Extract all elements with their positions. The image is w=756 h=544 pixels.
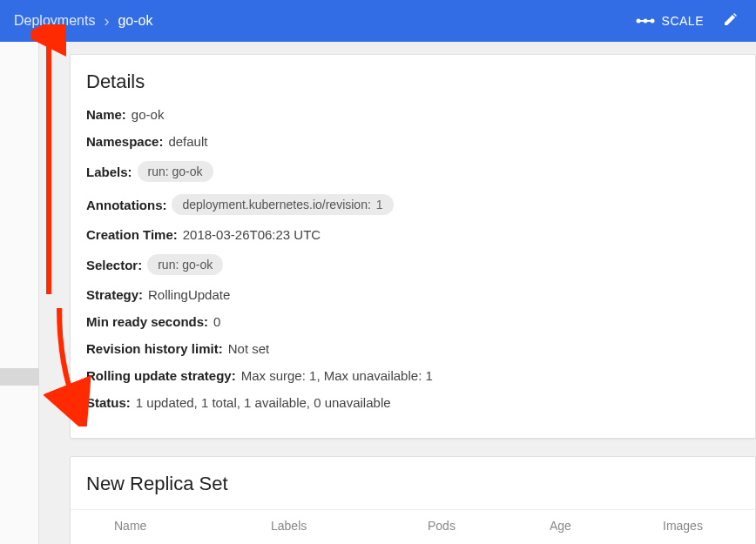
detail-status: Status: 1 updated, 1 total, 1 available,… xyxy=(86,395,739,410)
detail-namespace-value: default xyxy=(168,134,207,149)
breadcrumb-current: go-ok xyxy=(118,13,152,29)
detail-name-label: Name: xyxy=(86,107,126,122)
detail-strategy: Strategy: RollingUpdate xyxy=(86,287,739,302)
annotations-chip[interactable]: deployment.kubernetes.io/revision: 1 xyxy=(172,194,393,215)
detail-selector-label: Selector: xyxy=(86,258,142,272)
detail-strategy-value: RollingUpdate xyxy=(148,287,230,302)
col-header-images[interactable]: Images xyxy=(663,519,739,533)
annotations-chip-key: deployment.kubernetes.io/revision: xyxy=(182,198,370,212)
detail-rolling-value: Max surge: 1, Max unavailable: 1 xyxy=(241,368,433,383)
detail-namespace: Namespace: default xyxy=(86,134,739,149)
detail-revhist-value: Not set xyxy=(228,341,270,356)
detail-namespace-label: Namespace: xyxy=(86,134,163,149)
labels-chip[interactable]: run: go-ok xyxy=(138,161,213,182)
header-actions: SCALE xyxy=(627,8,742,34)
sidebar-active-item[interactable] xyxy=(0,368,39,386)
detail-rolling-label: Rolling update strategy: xyxy=(86,368,236,383)
selector-chip[interactable]: run: go-ok xyxy=(147,254,223,275)
replicaset-table-header: Name Labels Pods Age Images xyxy=(71,509,755,541)
detail-status-label: Status: xyxy=(86,395,131,410)
detail-revhist-label: Revision history limit: xyxy=(86,341,223,356)
app-header: Deployments › go-ok SCALE xyxy=(0,0,756,42)
detail-revhist: Revision history limit: Not set xyxy=(86,341,739,356)
col-header-labels[interactable]: Labels xyxy=(271,519,428,533)
col-header-age[interactable]: Age xyxy=(550,519,663,533)
detail-annotations-label: Annotations: xyxy=(86,198,166,212)
breadcrumb-root-link[interactable]: Deployments xyxy=(14,13,95,29)
scale-button[interactable]: SCALE xyxy=(627,9,712,33)
details-card: Details Name: go-ok Namespace: default L… xyxy=(70,54,756,439)
detail-minready: Min ready seconds: 0 xyxy=(86,314,739,329)
detail-creation: Creation Time: 2018-03-26T06:23 UTC xyxy=(86,227,739,242)
annotations-chip-val: 1 xyxy=(376,198,383,212)
main-content: Details Name: go-ok Namespace: default L… xyxy=(70,54,756,544)
detail-minready-value: 0 xyxy=(213,314,220,329)
details-title: Details xyxy=(71,55,755,107)
col-header-status xyxy=(86,519,114,533)
detail-strategy-label: Strategy: xyxy=(86,287,143,302)
col-header-name[interactable]: Name xyxy=(114,519,271,533)
detail-status-value: 1 updated, 1 total, 1 available, 0 unava… xyxy=(136,395,391,410)
edit-button[interactable] xyxy=(719,8,742,34)
detail-annotations: Annotations: deployment.kubernetes.io/re… xyxy=(86,194,739,215)
replicaset-title: New Replica Set xyxy=(71,457,755,509)
detail-name: Name: go-ok xyxy=(86,107,739,122)
detail-labels-label: Labels: xyxy=(86,165,132,179)
detail-selector: Selector: run: go-ok xyxy=(86,254,739,275)
breadcrumb-separator: › xyxy=(104,12,109,30)
detail-labels: Labels: run: go-ok xyxy=(86,161,739,182)
scale-icon xyxy=(636,17,655,25)
scale-button-label: SCALE xyxy=(662,14,704,28)
detail-creation-label: Creation Time: xyxy=(86,227,178,242)
col-header-pods[interactable]: Pods xyxy=(428,519,550,533)
sidebar xyxy=(0,42,39,544)
detail-rolling: Rolling update strategy: Max surge: 1, M… xyxy=(86,368,739,383)
details-body: Name: go-ok Namespace: default Labels: r… xyxy=(71,107,755,438)
detail-name-value: go-ok xyxy=(132,107,165,122)
detail-minready-label: Min ready seconds: xyxy=(86,314,208,329)
detail-creation-value: 2018-03-26T06:23 UTC xyxy=(183,227,321,242)
breadcrumb: Deployments › go-ok xyxy=(14,12,152,30)
replicaset-card: New Replica Set Name Labels Pods Age Ima… xyxy=(70,456,756,544)
